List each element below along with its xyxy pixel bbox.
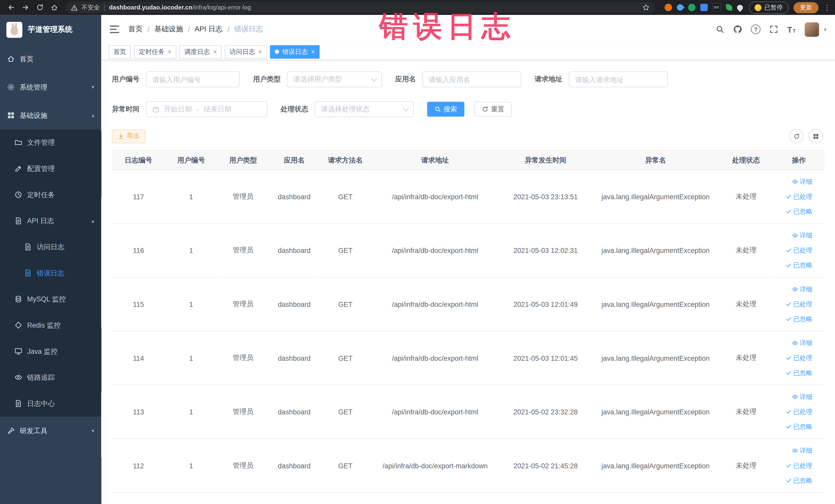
sidebar-item-trace[interactable]: 链路追踪 — [0, 364, 101, 390]
fullscreen-icon[interactable] — [770, 25, 778, 34]
processed-link[interactable]: 已处理 — [785, 407, 812, 416]
detail-link[interactable]: 详细 — [792, 177, 812, 186]
ignored-link[interactable]: 已忽略 — [785, 476, 812, 485]
page-url[interactable]: dashboard.yudao.iocoder.cn/infra/log/api… — [109, 4, 251, 11]
cell-exception: java.lang.IllegalArgumentException — [592, 277, 719, 331]
processed-link[interactable]: 已处理 — [785, 192, 812, 201]
status-select[interactable]: 请选择处理状态 — [315, 101, 414, 117]
cell-app-name: dashboard — [269, 439, 320, 493]
request-url-input[interactable] — [569, 72, 668, 87]
detail-link[interactable]: 详细 — [792, 285, 812, 294]
tab-error-log[interactable]: 错误日志 × — [270, 45, 320, 58]
end-date-placeholder: 结束日期 — [204, 104, 231, 114]
browser-forward-button[interactable] — [19, 1, 32, 14]
extension-icon[interactable] — [675, 3, 684, 12]
extension-icon[interactable] — [688, 4, 695, 11]
sidebar-item-scheduled-jobs[interactable]: 定时任务 — [0, 182, 101, 208]
tab-scheduled-jobs[interactable]: 定时任务 × — [134, 45, 176, 58]
browser-menu-icon[interactable]: ⋮ — [823, 3, 831, 11]
processed-link[interactable]: 已处理 — [785, 246, 812, 255]
ignored-link[interactable]: 已忽略 — [785, 207, 812, 216]
breadcrumb-item[interactable]: 基础设施 — [154, 24, 183, 34]
ignored-link[interactable]: 已忽略 — [785, 261, 812, 270]
extension-icon[interactable]: on — [712, 3, 721, 12]
ignored-link[interactable]: 已忽略 — [785, 422, 812, 431]
sidebar-item-file-management[interactable]: 文件管理 — [0, 129, 101, 156]
app-logo[interactable]: 芋道管理系统 — [0, 15, 101, 45]
processed-link[interactable]: 已处理 — [785, 461, 812, 470]
sidebar-item-system-management[interactable]: 系统管理 ▾ — [0, 73, 101, 101]
user-type-select[interactable]: 请选择用户类型 — [287, 72, 382, 87]
paused-label: 已暂停 — [765, 3, 783, 11]
start-date-placeholder: 开始日期 — [164, 104, 192, 114]
table-row: 117 1 管理员 dashboard GET /api/infra/db-do… — [112, 170, 824, 224]
browser-update-button[interactable]: 更新 — [793, 2, 819, 13]
close-icon[interactable]: × — [213, 48, 217, 56]
eye-icon — [792, 286, 798, 293]
column-settings-button[interactable] — [808, 129, 823, 143]
check-icon — [785, 193, 792, 200]
date-range-separator: - — [197, 105, 199, 113]
profile-paused-button[interactable]: 已暂停 — [749, 1, 789, 14]
processed-label: 已处理 — [793, 246, 812, 255]
extensions-area: on — [664, 3, 742, 12]
close-icon[interactable]: × — [168, 48, 172, 56]
close-icon[interactable]: × — [258, 48, 262, 56]
sidebar-item-mysql-monitor[interactable]: MySQL 监控 — [0, 286, 101, 312]
sidebar-item-api-log[interactable]: API 日志 ▴ — [0, 208, 101, 234]
sidebar-item-log-center[interactable]: 日志中心 — [0, 390, 101, 417]
user-id-input[interactable] — [146, 72, 240, 87]
cell-method: GET — [320, 331, 371, 385]
extension-icon[interactable] — [736, 3, 744, 12]
bookmark-star-icon[interactable] — [642, 4, 649, 11]
exception-time-range-picker[interactable]: 开始日期 - 结束日期 — [146, 101, 267, 117]
check-icon — [785, 247, 792, 254]
sidebar-item-java-monitor[interactable]: Java 监控 — [0, 338, 101, 364]
ignored-link[interactable]: 已忽略 — [785, 368, 812, 378]
breadcrumb-item[interactable]: API 日志 — [195, 24, 223, 34]
help-icon[interactable]: ? — [751, 24, 760, 34]
search-button[interactable]: 搜索 — [427, 102, 464, 117]
avatar-caret-down-icon[interactable]: ▾ — [824, 26, 826, 32]
tab-access-log[interactable]: 访问日志 × — [225, 45, 267, 58]
detail-label: 详细 — [799, 177, 812, 186]
browser-reload-button[interactable] — [33, 1, 46, 14]
export-button[interactable]: 导出 — [112, 129, 145, 143]
extension-icon[interactable] — [726, 4, 732, 11]
search-icon[interactable] — [716, 25, 725, 34]
security-label[interactable]: 不安全 — [81, 3, 100, 11]
detail-link[interactable]: 详细 — [792, 392, 812, 401]
detail-link[interactable]: 详细 — [792, 446, 812, 455]
detail-link[interactable]: 详细 — [792, 338, 812, 347]
tab-home[interactable]: 首页 — [108, 45, 131, 58]
processed-label: 已处理 — [793, 461, 812, 470]
sidebar-item-access-log[interactable]: 访问日志 — [0, 234, 101, 260]
app-name-input[interactable] — [422, 72, 521, 87]
sidebar-item-home[interactable]: 首页 — [0, 45, 101, 73]
address-bar[interactable]: 不安全 | dashboard.yudao.iocoder.cn/infra/l… — [65, 2, 655, 13]
close-icon[interactable]: × — [311, 48, 315, 56]
sidebar-item-dev-tools[interactable]: 研发工具 ▾ — [0, 417, 101, 445]
extension-icon[interactable] — [664, 4, 672, 11]
github-icon[interactable] — [733, 25, 742, 34]
sidebar-item-config-management[interactable]: 配置管理 — [0, 156, 101, 182]
sidebar-toggle-icon[interactable] — [109, 26, 119, 33]
user-avatar[interactable] — [805, 22, 819, 37]
processed-link[interactable]: 已处理 — [785, 300, 812, 309]
browser-back-button[interactable] — [4, 1, 18, 14]
ignored-link[interactable]: 已忽略 — [785, 315, 812, 323]
check-icon — [785, 408, 792, 415]
cell-log-id: 117 — [112, 170, 165, 224]
detail-link[interactable]: 详细 — [792, 231, 812, 240]
font-size-icon[interactable]: TT — [787, 25, 796, 33]
browser-home-button[interactable] — [47, 1, 61, 14]
sidebar-item-redis-monitor[interactable]: Redis 监控 — [0, 312, 101, 338]
breadcrumb-item[interactable]: 首页 — [128, 24, 143, 34]
tab-schedule-log[interactable]: 调度日志 × — [179, 45, 222, 58]
reset-button[interactable]: 重置 — [475, 102, 512, 117]
sidebar-item-error-log[interactable]: 错误日志 — [0, 260, 101, 286]
extension-icon[interactable] — [700, 4, 708, 11]
sidebar-item-infrastructure[interactable]: 基础设施 ▴ — [0, 101, 101, 129]
processed-link[interactable]: 已处理 — [785, 354, 812, 363]
refresh-table-button[interactable] — [789, 129, 804, 143]
